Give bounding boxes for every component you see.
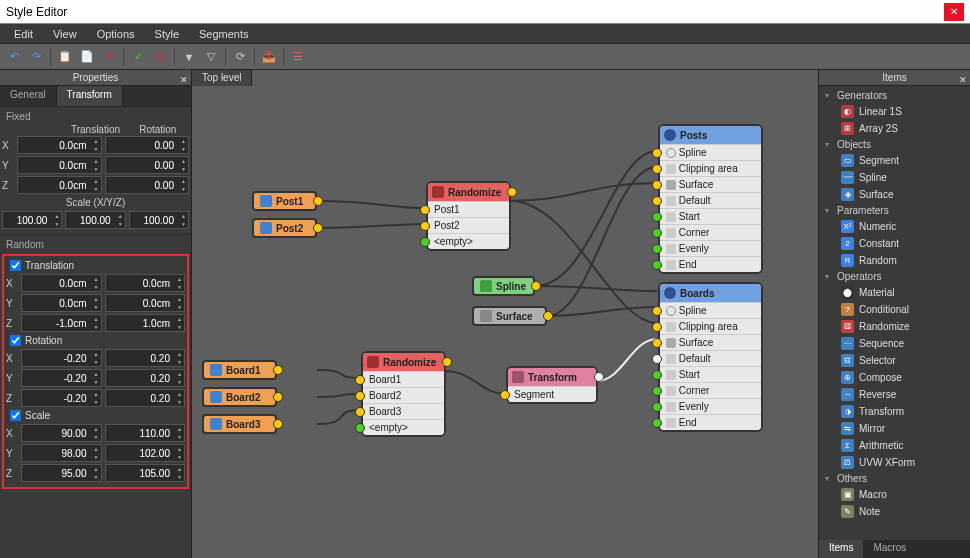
fixed-ry-input[interactable]: 0.00 bbox=[105, 156, 190, 174]
copy-button[interactable]: 📋 bbox=[55, 47, 75, 67]
item-numeric[interactable]: X²Numeric bbox=[819, 218, 970, 235]
item-material[interactable]: ⬤Material bbox=[819, 284, 970, 301]
rand-sx1-input[interactable]: 90.00 bbox=[21, 424, 102, 442]
node-board1[interactable]: Board1 bbox=[202, 360, 277, 380]
item-arithmetic[interactable]: ΣArithmetic bbox=[819, 437, 970, 454]
menu-view[interactable]: View bbox=[43, 26, 87, 42]
redo-button[interactable]: ↷ bbox=[26, 47, 46, 67]
rand-ty2-input[interactable]: 0.0cm bbox=[105, 294, 186, 312]
fixed-tz-input[interactable]: 0.0cm bbox=[17, 176, 102, 194]
menu-segments[interactable]: Segments bbox=[189, 26, 259, 42]
fixed-rx-input[interactable]: 0.00 bbox=[105, 136, 190, 154]
properties-panel: Properties ✕ General Transform Fixed Tra… bbox=[0, 70, 192, 558]
paste-button[interactable]: 📄 bbox=[77, 47, 97, 67]
fixed-sx-input[interactable]: 100.00 bbox=[2, 211, 62, 229]
filter2-button[interactable]: ▽ bbox=[201, 47, 221, 67]
rand-sy2-input[interactable]: 102.00 bbox=[105, 444, 186, 462]
rand-sz2-input[interactable]: 105.00 bbox=[105, 464, 186, 482]
node-post1[interactable]: Post1 bbox=[252, 191, 317, 211]
menu-edit[interactable]: Edit bbox=[4, 26, 43, 42]
rand-tz1-input[interactable]: -1.0cm bbox=[21, 314, 102, 332]
rand-rz1-input[interactable]: -0.20 bbox=[21, 389, 102, 407]
node-surface[interactable]: Surface bbox=[472, 306, 547, 326]
cat-objects[interactable]: ▾Objects bbox=[819, 137, 970, 152]
fixed-ty-input[interactable]: 0.0cm bbox=[17, 156, 102, 174]
fixed-sz-input[interactable]: 100.00 bbox=[129, 211, 189, 229]
cancel-button[interactable]: ⊘ bbox=[150, 47, 170, 67]
node-post2[interactable]: Post2 bbox=[252, 218, 317, 238]
rand-rx1-input[interactable]: -0.20 bbox=[21, 349, 102, 367]
cat-parameters[interactable]: ▾Parameters bbox=[819, 203, 970, 218]
item-mirror[interactable]: ⇋Mirror bbox=[819, 420, 970, 437]
rand-ry2-input[interactable]: 0.20 bbox=[105, 369, 186, 387]
items-tree: ▾Generators ◐Linear 1S ⊞Array 2S ▾Object… bbox=[819, 86, 970, 540]
tab-general[interactable]: General bbox=[0, 86, 57, 106]
delete-button[interactable]: ✕ bbox=[99, 47, 119, 67]
item-macro[interactable]: ▣Macro bbox=[819, 486, 970, 503]
tab-transform[interactable]: Transform bbox=[57, 86, 123, 106]
fixed-tx-input[interactable]: 0.0cm bbox=[17, 136, 102, 154]
item-uvwxform[interactable]: ⊡UVW XForm bbox=[819, 454, 970, 471]
node-canvas[interactable]: Top level Post1 Post2 Boa bbox=[192, 70, 818, 558]
random-translation-check[interactable] bbox=[10, 260, 21, 271]
node-randomize1[interactable]: Randomize Post1 Post2 <empty> bbox=[426, 181, 511, 251]
item-sequence[interactable]: ⋯Sequence bbox=[819, 335, 970, 352]
window-title: Style Editor bbox=[6, 5, 67, 19]
item-selector[interactable]: ⊟Selector bbox=[819, 352, 970, 369]
undo-button[interactable]: ↶ bbox=[4, 47, 24, 67]
item-transform[interactable]: ⬗Transform bbox=[819, 403, 970, 420]
node-board3[interactable]: Board3 bbox=[202, 414, 277, 434]
menu-style[interactable]: Style bbox=[145, 26, 189, 42]
node-randomize2[interactable]: Randomize Board1 Board2 Board3 <empty> bbox=[361, 351, 446, 437]
rand-sy1-input[interactable]: 98.00 bbox=[21, 444, 102, 462]
btab-macros[interactable]: Macros bbox=[863, 540, 916, 558]
filter1-button[interactable]: ▼ bbox=[179, 47, 199, 67]
menu-options[interactable]: Options bbox=[87, 26, 145, 42]
cat-generators[interactable]: ▾Generators bbox=[819, 88, 970, 103]
item-linear1s[interactable]: ◐Linear 1S bbox=[819, 103, 970, 120]
item-compose[interactable]: ⊕Compose bbox=[819, 369, 970, 386]
rand-sx2-input[interactable]: 110.00 bbox=[105, 424, 186, 442]
rand-rz2-input[interactable]: 0.20 bbox=[105, 389, 186, 407]
fixed-group-label: Fixed bbox=[0, 106, 191, 124]
item-reverse[interactable]: ↔Reverse bbox=[819, 386, 970, 403]
item-segment[interactable]: ▭Segment bbox=[819, 152, 970, 169]
apply-button[interactable]: ✓ bbox=[128, 47, 148, 67]
item-conditional[interactable]: ?Conditional bbox=[819, 301, 970, 318]
rand-ty1-input[interactable]: 0.0cm bbox=[21, 294, 102, 312]
fixed-sy-input[interactable]: 100.00 bbox=[65, 211, 125, 229]
close-button[interactable]: ✕ bbox=[944, 3, 964, 21]
col-translation: Translation bbox=[64, 124, 126, 135]
items-close-icon[interactable]: ✕ bbox=[959, 72, 967, 88]
list-button[interactable]: ☰ bbox=[288, 47, 308, 67]
node-boards[interactable]: Boards Spline Clipping area Surface Defa… bbox=[658, 282, 763, 432]
random-scale-check[interactable] bbox=[10, 410, 21, 421]
canvas-tab-toplevel[interactable]: Top level bbox=[192, 70, 252, 86]
refresh-button[interactable]: ⟳ bbox=[230, 47, 250, 67]
rand-sz1-input[interactable]: 95.00 bbox=[21, 464, 102, 482]
item-spline[interactable]: 〰Spline bbox=[819, 169, 970, 186]
item-note[interactable]: ✎Note bbox=[819, 503, 970, 520]
node-spline[interactable]: Spline bbox=[472, 276, 535, 296]
cat-others[interactable]: ▾Others bbox=[819, 471, 970, 486]
item-constant[interactable]: 2Constant bbox=[819, 235, 970, 252]
fixed-rz-input[interactable]: 0.00 bbox=[105, 176, 190, 194]
rand-tx2-input[interactable]: 0.0cm bbox=[105, 274, 186, 292]
btab-items[interactable]: Items bbox=[819, 540, 863, 558]
export-button[interactable]: 📤 bbox=[259, 47, 279, 67]
rand-tx1-input[interactable]: 0.0cm bbox=[21, 274, 102, 292]
node-board2[interactable]: Board2 bbox=[202, 387, 277, 407]
item-array2s[interactable]: ⊞Array 2S bbox=[819, 120, 970, 137]
cat-operators[interactable]: ▾Operators bbox=[819, 269, 970, 284]
node-transform[interactable]: Transform Segment bbox=[506, 366, 598, 404]
scale-label: Scale (X/Y/Z) bbox=[0, 195, 191, 210]
properties-close-icon[interactable]: ✕ bbox=[180, 72, 188, 88]
item-random[interactable]: RRandom bbox=[819, 252, 970, 269]
item-randomize[interactable]: ⚄Randomize bbox=[819, 318, 970, 335]
rand-rx2-input[interactable]: 0.20 bbox=[105, 349, 186, 367]
rand-tz2-input[interactable]: 1.0cm bbox=[105, 314, 186, 332]
random-rotation-check[interactable] bbox=[10, 335, 21, 346]
rand-ry1-input[interactable]: -0.20 bbox=[21, 369, 102, 387]
node-posts[interactable]: Posts Spline Clipping area Surface Defau… bbox=[658, 124, 763, 274]
item-surface[interactable]: ◈Surface bbox=[819, 186, 970, 203]
